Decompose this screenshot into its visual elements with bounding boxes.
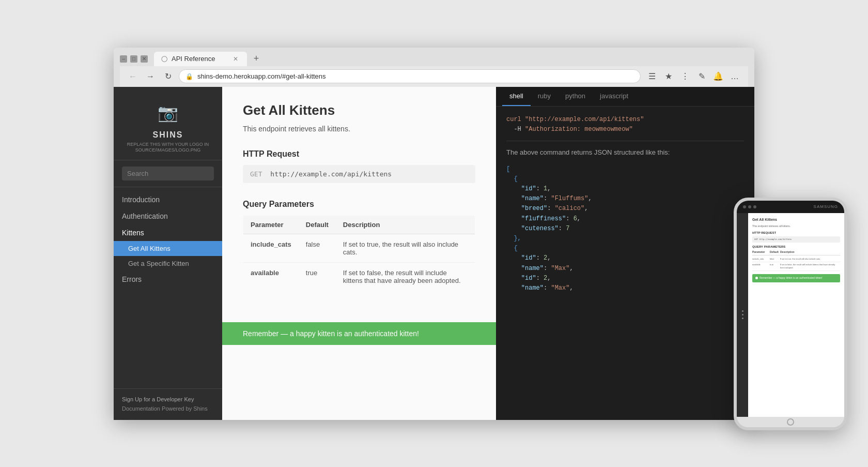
developer-key-link[interactable]: Sign Up for a Developer Key	[122, 396, 194, 402]
bookmarks-button[interactable]: ☰	[645, 69, 659, 84]
phone-desc: This endpoint retrieves all kittens.	[752, 224, 840, 229]
col-header-description: Description	[336, 215, 475, 234]
more-button[interactable]: …	[727, 69, 742, 84]
param-default-0: false	[299, 234, 336, 262]
phone-params-header: Parameter Default Description	[752, 250, 840, 256]
sidebar-nav: Introduction Authentication Kittens Get …	[114, 187, 222, 388]
param-name-1: available	[243, 262, 299, 291]
phone-param-row-1: include_cats false If set to true, the r…	[752, 257, 840, 262]
tab-title: API Reference	[172, 55, 215, 63]
restore-button[interactable]: □	[130, 55, 137, 63]
http-section-title: HTTP Request	[243, 145, 475, 159]
code-tabs: shell ruby python javascript	[496, 87, 754, 107]
lock-icon: 🔒	[185, 73, 193, 80]
curl-command: curl "http://example.com/api/kittens" -H…	[506, 115, 744, 134]
browser-window: – □ ✕ ◯ API Reference ✕ + ← → ↻ 🔒 shins-…	[114, 48, 754, 420]
window-controls: – □ ✕	[120, 55, 148, 63]
toolbar-right: ☰ ★ ⋮ ✎ 🔔 …	[645, 69, 742, 84]
page-title: Get All Kittens	[243, 102, 475, 118]
phone-sidebar	[737, 213, 748, 417]
phone-dot-1	[743, 205, 746, 208]
sidebar-logo: 📷 SHINS REPLACE THIS WITH YOUR LOGO IN S…	[114, 87, 222, 160]
phone-http-section: HTTP REQUEST	[752, 231, 840, 235]
phone-home-button[interactable]	[737, 417, 844, 427]
sidebar-item-authentication[interactable]: Authentication	[114, 208, 222, 224]
sidebar-item-get-specific-kitten[interactable]: Get a Specific Kitten	[114, 256, 222, 271]
back-button[interactable]: ←	[126, 70, 140, 83]
url-text: shins-demo.herokuapp.com/#get-all-kitten…	[197, 72, 326, 80]
search-input[interactable]	[122, 167, 214, 180]
notifications-button[interactable]: 🔔	[711, 69, 725, 84]
reload-button[interactable]: ↻	[161, 70, 175, 83]
param-name-0: include_cats	[243, 234, 299, 262]
forward-button[interactable]: →	[144, 70, 157, 83]
param-default-1: true	[299, 262, 336, 291]
active-tab[interactable]: ◯ API Reference ✕	[154, 52, 247, 66]
url-bar[interactable]: 🔒 shins-demo.herokuapp.com/#get-all-kitt…	[179, 69, 641, 83]
page-description: This endpoint retrieves all kittens.	[243, 125, 475, 133]
params-table: Parameter Default Description include_ca…	[243, 215, 475, 291]
sidebar-item-introduction[interactable]: Introduction	[114, 191, 222, 208]
param-desc-0: If set to true, the result will also inc…	[336, 234, 475, 262]
response-description: The above command returns JSON structure…	[506, 147, 744, 158]
col-header-default: Default	[299, 215, 336, 234]
phone-home-circle	[787, 418, 794, 426]
sidebar: 📷 SHINS REPLACE THIS WITH YOUR LOGO IN S…	[114, 87, 222, 420]
tab-close-button[interactable]: ✕	[231, 55, 240, 63]
title-bar: – □ ✕ ◯ API Reference ✕ + ← → ↻ 🔒 shins-…	[114, 48, 754, 87]
http-method: GET	[250, 170, 262, 178]
phone-sidebar-dot-3	[742, 318, 743, 319]
tab-javascript[interactable]: javascript	[593, 87, 636, 106]
phone-params-section: QUERY PARAMETERS	[752, 245, 840, 249]
http-request-box: GET http://example.com/api/kittens	[243, 165, 475, 183]
logo-text: SHINS	[153, 130, 183, 140]
phone-content: Get All Kittens This endpoint retrieves …	[737, 213, 844, 417]
close-button[interactable]: ✕	[141, 55, 148, 63]
star-button[interactable]: ★	[661, 69, 676, 84]
phone-http-box: GET http://example.com/kittens	[752, 236, 840, 243]
edit-button[interactable]: ✎	[694, 69, 709, 84]
col-header-parameter: Parameter	[243, 215, 299, 234]
sidebar-item-errors[interactable]: Errors	[114, 271, 222, 288]
phone-main: Get All Kittens This endpoint retrieves …	[748, 213, 844, 417]
address-bar: ← → ↻ 🔒 shins-demo.herokuapp.com/#get-al…	[120, 66, 748, 87]
tab-ruby[interactable]: ruby	[531, 87, 558, 106]
right-panel: shell ruby python javascript curl "http:…	[496, 87, 754, 420]
menu-button[interactable]: ⋮	[678, 69, 692, 84]
table-row: available true If set to false, the resu…	[243, 262, 475, 291]
tab-favicon: ◯	[161, 55, 167, 62]
minimize-button[interactable]: –	[120, 55, 127, 63]
tab-shell[interactable]: shell	[502, 87, 531, 106]
sidebar-search	[114, 160, 222, 187]
sidebar-item-kittens[interactable]: Kittens	[114, 224, 222, 241]
main-content: Get All Kittens This endpoint retrieves …	[222, 87, 496, 420]
sidebar-item-get-all-kittens[interactable]: Get All Kittens	[114, 241, 222, 256]
query-section-title: Query Parameters	[243, 195, 475, 209]
tab-python[interactable]: python	[558, 87, 593, 106]
content-body: Get All Kittens This endpoint retrieves …	[222, 87, 496, 317]
json-response: [ { "id": 1, "name": "Fluffums", "breed"…	[506, 164, 744, 293]
new-tab-button[interactable]: +	[249, 52, 264, 66]
notice-text: Remember — a happy kitten is an authenti…	[243, 329, 419, 338]
phone-mockup: SAMSUNG Get All Kittens This endpoint re…	[734, 198, 847, 430]
param-desc-1: If set to false, the result will include…	[336, 262, 475, 291]
http-url: http://example.com/api/kittens	[270, 170, 392, 178]
logo-subtitle: REPLACE THIS WITH YOUR LOGO IN SOURCE/IM…	[122, 142, 214, 154]
sidebar-footer: Sign Up for a Developer Key Documentatio…	[114, 388, 222, 419]
phone-param-row-2: available true If set to false, the resu…	[752, 262, 840, 271]
logo-graphic: 📷	[155, 97, 181, 128]
powered-by-text: Documentation Powered by Shins	[122, 405, 208, 412]
phone-notice: Remember — a happy kitten is an authenti…	[752, 274, 840, 282]
logo-icon: 📷	[158, 104, 178, 121]
phone-notice-dot	[755, 277, 758, 279]
phone-top-bar: SAMSUNG	[737, 201, 844, 213]
phone-page-title: Get All Kittens	[752, 217, 840, 223]
phone-dots	[743, 205, 756, 208]
phone-sidebar-dot-1	[742, 310, 743, 312]
phone-sidebar-dot-2	[742, 314, 743, 315]
phone-dot-2	[748, 205, 751, 208]
phone-brand: SAMSUNG	[814, 204, 838, 209]
phone-dot-3	[753, 205, 756, 208]
browser-content: 📷 SHINS REPLACE THIS WITH YOUR LOGO IN S…	[114, 87, 754, 420]
notice-bar: Remember — a happy kitten is an authenti…	[222, 322, 496, 345]
